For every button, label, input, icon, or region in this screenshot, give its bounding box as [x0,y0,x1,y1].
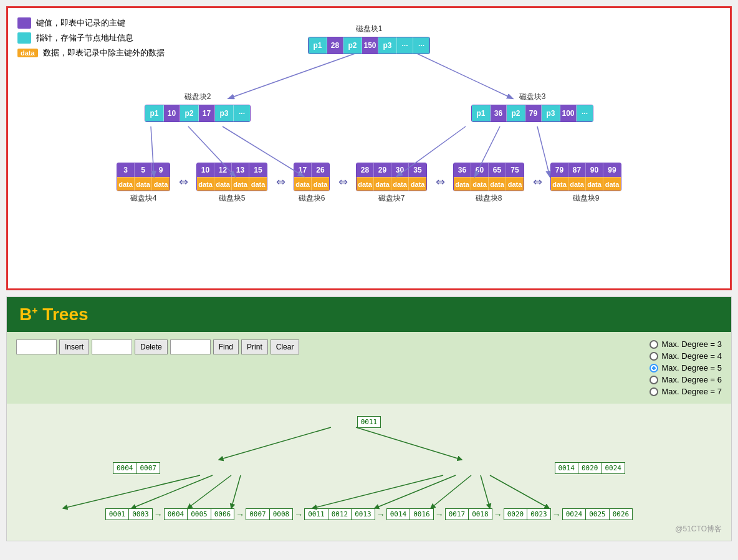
disk3-wrap: 磁盘块3 p1 36 p2 79 p3 100 ··· [471,92,593,122]
svg-line-10 [63,475,200,508]
cell-ellipsis2: ··· [413,37,429,54]
top-section: 键值，即表中记录的主键 指针，存储子节点地址信息 data 数据，即表记录中除主… [6,6,732,290]
leaf7: 28 29 30 35 data data data data [356,163,427,191]
leaf8-wrap: 36 60 65 75 data data data data 磁盘块8 [453,163,524,204]
watermark: @51CTO博客 [675,524,722,534]
bplus-leaf-7: 0020 0023 [504,508,551,520]
radio-label-3: Max. Degree = 3 [662,339,722,349]
svg-line-17 [481,475,490,508]
insert-input[interactable] [16,339,57,354]
delete-input[interactable] [92,339,132,354]
find-button[interactable]: Find [213,339,239,354]
bplus-root: 0011 [357,416,381,428]
radio-circle-6 [649,376,658,384]
bplus-tree-area: 0011 0004 0007 0014 0020 0024 0001 0003 … [7,404,731,541]
leaf5-wrap: 10 12 13 15 data data data data 磁盘块5 [196,163,267,204]
disk2-label: 磁盘块2 [184,92,211,102]
disk1-label: 磁盘块1 [356,24,383,34]
radio-circle-4 [649,352,658,361]
radio-degree-6[interactable]: Max. Degree = 6 [649,375,722,384]
leaf4: 3 5 9 data data data [117,163,170,191]
bplus-title: B+ Trees [19,305,719,325]
svg-line-14 [312,475,443,508]
arrow-4-5: ⇔ [179,175,188,189]
print-button[interactable]: Print [241,339,268,354]
svg-line-8 [219,427,331,460]
leaf-arrow-1: → [154,510,163,520]
leaf5: 10 12 13 15 data data data data [196,163,267,191]
leaf5-label: 磁盘块5 [196,193,267,204]
disk2-wrap: 磁盘块2 p1 10 p2 17 p3 ··· [145,92,251,122]
delete-button[interactable]: Delete [135,339,168,354]
leaf6-label: 磁盘块6 [294,193,330,204]
cell-150: 150 [362,37,378,54]
legend-color-ptr [17,32,31,44]
bplus-internal-left: 0004 0007 [113,462,160,474]
disk3-label: 磁盘块3 [519,92,546,102]
arrow-8-9: ⇔ [533,175,542,189]
radio-circle-5 [649,364,658,373]
leaf-arrow-3: → [294,510,303,520]
bplus-leaf-4: 0011 0012 0013 [304,508,375,520]
radio-label-6: Max. Degree = 6 [662,375,722,384]
legend-color-data: data [17,49,38,57]
bplus-leaf-8: 0024 0025 0026 [562,508,633,520]
bplus-level2: 0004 0007 0014 0020 0024 [19,462,719,474]
leaf9: 79 87 90 99 data data data data [550,163,621,191]
controls-right: Max. Degree = 3 Max. Degree = 4 Max. Deg… [649,339,722,396]
disk3-node: p1 36 p2 79 p3 100 ··· [471,105,593,122]
disk2-node: p1 10 p2 17 p3 ··· [145,105,251,122]
cell-p1: p1 [309,37,327,54]
bottom-section: B+ Trees Insert Delete Find Print Clear … [6,297,732,541]
bplus-internal-right: 0014 0020 0024 [555,462,626,474]
leaf4-wrap: 3 5 9 data data data 磁盘块4 [117,163,170,204]
leaf6: 17 26 data data [294,163,330,191]
radio-degree-4[interactable]: Max. Degree = 4 [649,351,722,361]
bplus-leaf-level: 0001 0003 → 0004 0005 0006 → 0007 0008 →… [19,508,719,520]
find-input[interactable] [170,339,211,354]
radio-label-5: Max. Degree = 5 [662,363,722,373]
bplus-header: B+ Trees [7,297,731,332]
radio-degree-5[interactable]: Max. Degree = 5 [649,363,722,373]
clear-button[interactable]: Clear [271,339,300,354]
disk1-node: p1 28 p2 150 p3 ··· ··· [308,37,430,54]
leaf9-label: 磁盘块9 [550,193,621,204]
legend-color-key [17,17,31,29]
leaf8-label: 磁盘块8 [453,193,524,204]
bplus-leaf-6: 0017 0018 [445,508,492,520]
arrow-6-7: ⇔ [338,175,348,189]
radio-label-4: Max. Degree = 4 [662,351,722,361]
bplus-leaf-3: 0007 0008 [246,508,293,520]
radio-circle-3 [649,340,658,349]
controls-left: Insert Delete Find Print Clear [16,339,649,354]
leaf-arrow-7: → [552,510,561,520]
bplus-leaf-1: 0001 0003 [105,508,153,520]
cell-p3: p3 [378,37,397,54]
radio-label-7: Max. Degree = 7 [662,387,722,396]
leaf-level: 3 5 9 data data data 磁盘块4 ⇔ 1 [113,163,625,204]
cell-ellipsis1: ··· [397,37,413,54]
bplus-leaf-2: 0004 0005 0006 [164,508,235,520]
leaf9-wrap: 79 87 90 99 data data data data 磁盘块9 [550,163,621,204]
leaf7-label: 磁盘块7 [356,193,427,204]
tree-diagram: 磁盘块1 p1 28 p2 150 p3 ··· ··· 磁盘块2 p1 1 [113,17,625,279]
cell-28: 28 [327,37,343,54]
title-b: B [19,305,32,324]
disk1-wrap: 磁盘块1 p1 28 p2 150 p3 ··· ··· [308,24,430,54]
bplus-leaf-5: 0014 0016 [386,508,434,520]
cell-p2: p2 [343,37,362,54]
radio-degree-3[interactable]: Max. Degree = 3 [649,339,722,349]
insert-button[interactable]: Insert [59,339,89,354]
leaf-arrow-4: → [376,510,385,520]
svg-line-1 [406,49,512,98]
leaf-arrow-6: → [494,510,502,520]
legend-text-key: 键值，即表中记录的主键 [36,17,125,29]
svg-line-18 [490,475,549,508]
mid-row: 磁盘块2 p1 10 p2 17 p3 ··· 磁盘块3 p1 36 p2 79 [132,92,606,122]
leaf-arrow-5: → [435,510,444,520]
title-sup: + [32,305,37,316]
radio-degree-7[interactable]: Max. Degree = 7 [649,387,722,396]
tree-lines [113,17,625,279]
arrow-5-6: ⇔ [276,175,285,189]
svg-line-13 [231,475,241,508]
